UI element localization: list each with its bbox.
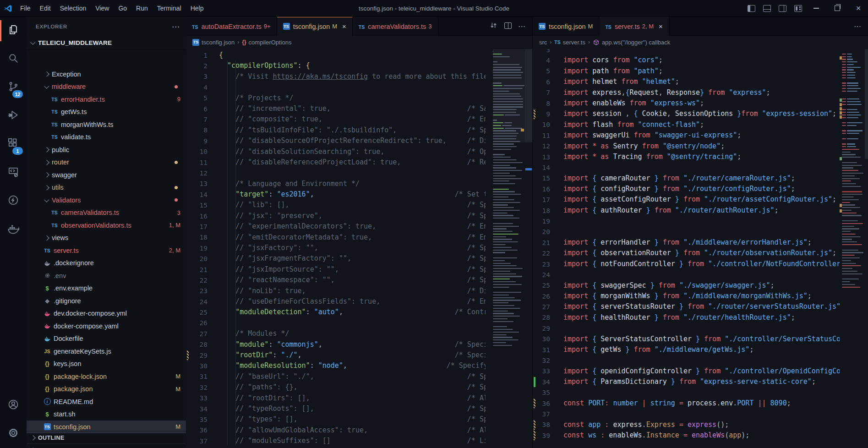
tree-item[interactable]: iREADME.md — [27, 395, 186, 408]
tree-item[interactable]: router — [27, 156, 186, 169]
tree-item[interactable]: {}package.jsonM — [27, 383, 186, 396]
tree-item[interactable]: views — [27, 232, 186, 245]
minimap-line — [493, 162, 525, 163]
tree-item[interactable]: TSmorganWithWs.ts — [27, 118, 186, 131]
tree-item[interactable]: $.env.example — [27, 282, 186, 295]
tree-item[interactable]: public — [27, 143, 186, 156]
toggle-secondary-sidebar-icon[interactable] — [775, 2, 789, 15]
menu-run[interactable]: Run — [131, 0, 153, 16]
breadcrumb-item[interactable]: app.ws("/logger") callback — [593, 39, 670, 46]
line-number: 13 — [186, 180, 215, 187]
code-line: 37 — [533, 409, 840, 419]
project-root-folder[interactable]: TELEICU_MIDDLEWARE — [27, 37, 186, 49]
minimap-line — [842, 218, 865, 219]
tree-item[interactable]: docker-compose.yaml — [27, 320, 186, 333]
tab-cameraValidators.ts[interactable]: TScameraValidators.ts3 — [353, 16, 438, 36]
tree-item[interactable]: TSobservationValidators.ts1, M — [27, 219, 186, 232]
tree-item[interactable]: dev.docker-compose.yml — [27, 307, 186, 320]
tree-item-label: Dockerfile — [54, 335, 83, 342]
minimize-button[interactable] — [807, 0, 826, 16]
gutter: 32 — [533, 355, 558, 366]
tree-item[interactable]: .dockerignore — [27, 257, 186, 270]
tab-tsconfig.json[interactable]: TStsconfig.jsonM× — [277, 16, 353, 36]
breadcrumb-item[interactable]: TStsconfig.json — [192, 39, 235, 46]
activity-explorer[interactable] — [0, 16, 27, 45]
tree-item[interactable]: JSgenerateKeySets.js — [27, 345, 186, 358]
toggle-panel-icon[interactable] — [760, 2, 774, 15]
tree-item[interactable]: .env — [27, 269, 186, 282]
open-changes-icon[interactable] — [489, 21, 498, 32]
tree-item[interactable]: Dockerfile — [27, 333, 186, 345]
customize-layout-icon[interactable] — [791, 2, 805, 15]
tab-autoDataExtractor.ts[interactable]: TSautoDataExtractor.ts9+ — [186, 16, 277, 36]
more-actions-icon[interactable]: ⋯ — [518, 22, 526, 31]
more-actions-icon[interactable]: ⋯ — [854, 22, 862, 31]
tree-item[interactable]: $start.sh — [27, 408, 186, 421]
tree-item[interactable]: {}package-lock.jsonM — [27, 370, 186, 383]
tree-item[interactable]: utils — [27, 181, 186, 194]
more-actions-icon[interactable]: ⋯ — [172, 22, 180, 32]
menu-go[interactable]: Go — [114, 0, 131, 16]
line-content: import { errorHandler } from "./middlewa… — [558, 237, 812, 248]
close-icon[interactable]: × — [342, 22, 346, 30]
breadcrumb-label: server.ts — [563, 39, 585, 46]
restore-button[interactable] — [828, 0, 847, 16]
tree-item[interactable]: TSgetWs.ts — [27, 106, 186, 119]
tree-item-label: .dockerignore — [54, 259, 94, 267]
menu-selection[interactable]: Selection — [55, 0, 91, 16]
activity-docker[interactable] — [0, 215, 27, 244]
tree-item[interactable]: Exception — [27, 68, 186, 81]
section-timeline[interactable]: TIMELINE — [27, 443, 186, 448]
menu-view[interactable]: View — [91, 0, 114, 16]
code-editor-server[interactable]: 34import cors from "cors";5import path f… — [533, 49, 840, 448]
tree-item[interactable]: TScameraValidators.ts3 — [27, 207, 186, 219]
breadcrumb-item[interactable]: {}compilerOptions — [242, 39, 291, 46]
code-line: 31import { getWs } from "./middleware/ge… — [533, 344, 840, 355]
tab-server.ts[interactable]: TSserver.ts2, M× — [599, 16, 669, 36]
activity-thunder-client[interactable] — [0, 187, 27, 215]
breadcrumb: TStsconfig.json›{}compilerOptions — [186, 36, 532, 48]
minimap[interactable] — [493, 49, 525, 448]
close-icon[interactable]: × — [659, 22, 663, 30]
menu-edit[interactable]: Edit — [35, 0, 55, 16]
activity-settings[interactable] — [0, 420, 27, 448]
activity-accounts[interactable] — [0, 391, 27, 420]
code-line: 14 "target": "es2016", /* Set the JavaSc… — [186, 189, 486, 200]
activity-search[interactable] — [0, 45, 27, 73]
code-editor-tsconfig[interactable]: 1{2 "compilerOptions": {3 /* Visit https… — [186, 49, 486, 448]
minimap-slider[interactable] — [493, 49, 525, 142]
breadcrumb-item[interactable]: src — [539, 39, 547, 46]
toggle-sidebar-icon[interactable] — [744, 2, 758, 15]
tree-item[interactable]: TSerrorHandler.ts9 — [27, 93, 186, 106]
scrollbar[interactable] — [865, 49, 868, 448]
tree-item[interactable]: {}keys.json — [27, 358, 186, 371]
activity-run-debug[interactable] — [0, 102, 27, 130]
gutter: 9 — [186, 136, 215, 146]
minimap-line — [842, 152, 865, 153]
minimap[interactable] — [842, 49, 865, 448]
tree-item[interactable]: TSvalidate.ts — [27, 131, 186, 144]
activity-extensions[interactable]: 1 — [0, 130, 27, 158]
minimap-slider[interactable] — [865, 49, 868, 159]
tab-tsconfig.json[interactable]: TStsconfig.jsonM — [533, 16, 599, 36]
line-number: 29 — [533, 325, 558, 332]
tree-item[interactable]: Validators — [27, 194, 186, 207]
breadcrumb-item[interactable]: TSserver.ts — [554, 39, 585, 46]
minimap-slider[interactable] — [525, 49, 532, 142]
split-editor-icon[interactable] — [504, 22, 512, 31]
menu-help[interactable]: Help — [186, 0, 208, 16]
activity-source-control[interactable]: 12 — [0, 73, 27, 102]
scrollbar[interactable] — [525, 49, 532, 448]
close-button[interactable]: × — [849, 0, 868, 16]
code-line: 32 // "paths": {}, /* Specify a set of e… — [186, 382, 486, 393]
tree-item[interactable]: middleware — [27, 81, 186, 93]
minimap-line — [842, 252, 865, 253]
menu-terminal[interactable]: Terminal — [153, 0, 186, 16]
activity-remote-explorer[interactable] — [0, 158, 27, 187]
section-outline[interactable]: OUTLINE — [27, 431, 186, 444]
tree-item[interactable]: TSserver.ts2, M — [27, 244, 186, 257]
tree-item[interactable]: swagger — [27, 169, 186, 181]
menu-file[interactable]: File — [16, 0, 35, 16]
line-number: 32 — [186, 384, 215, 391]
tree-item[interactable]: ◆.gitignore — [27, 295, 186, 307]
